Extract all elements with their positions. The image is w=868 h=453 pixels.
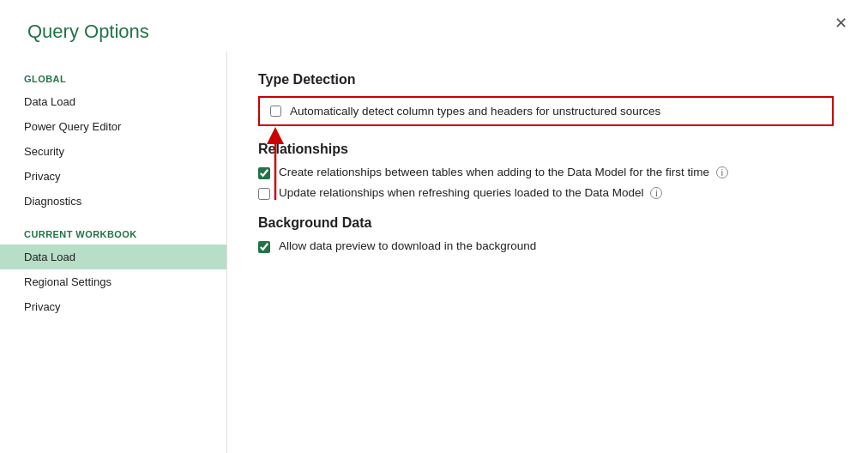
type-detection-checkbox-label: Automatically detect column types and he… (290, 105, 660, 118)
sidebar-item-privacy-workbook[interactable]: Privacy (0, 294, 226, 319)
rel-checkbox2-row: Update relationships when refreshing que… (258, 186, 834, 200)
sidebar-divider (0, 214, 226, 222)
rel-checkbox1-row: Create relationships between tables when… (258, 166, 834, 179)
sidebar-item-data-load-global[interactable]: Data Load (0, 89, 226, 114)
rel-info-icon-2: i (650, 187, 662, 199)
dialog-title: Query Options (27, 21, 149, 42)
global-section-label: GLOBAL (0, 67, 226, 89)
sidebar: GLOBAL Data Load Power Query Editor Secu… (0, 51, 227, 453)
type-detection-checkbox-row: Automatically detect column types and he… (258, 96, 834, 126)
content-area: Type Detection Automatical (227, 51, 868, 453)
sidebar-item-privacy-global[interactable]: Privacy (0, 164, 226, 189)
type-detection-section: Type Detection Automatical (258, 72, 834, 126)
close-button[interactable]: ✕ (829, 12, 853, 34)
type-detection-box-wrapper: Automatically detect column types and he… (258, 96, 834, 126)
rel-checkbox1-label: Create relationships between tables when… (279, 166, 728, 178)
relationships-title: Relationships (258, 142, 834, 157)
background-data-title: Background Data (258, 215, 834, 231)
dialog-body: GLOBAL Data Load Power Query Editor Secu… (0, 51, 868, 453)
background-data-section: Background Data Allow data preview to do… (258, 215, 834, 253)
bg-checkbox-row: Allow data preview to download in the ba… (258, 239, 834, 253)
sidebar-item-regional-settings[interactable]: Regional Settings (0, 269, 226, 294)
relationships-section: Relationships Create relationships betwe… (258, 142, 834, 200)
type-detection-checkbox[interactable] (270, 106, 281, 117)
red-arrow-icon (250, 127, 292, 204)
bg-checkbox[interactable] (258, 241, 270, 253)
rel-info-icon-1: i (716, 166, 728, 178)
workbook-section-label: CURRENT WORKBOOK (0, 222, 226, 245)
type-detection-title: Type Detection (258, 72, 834, 88)
bg-checkbox-label: Allow data preview to download in the ba… (279, 239, 536, 252)
sidebar-item-security[interactable]: Security (0, 139, 226, 164)
dialog-header: Query Options (0, 0, 868, 51)
sidebar-item-power-query-editor[interactable]: Power Query Editor (0, 114, 226, 139)
sidebar-item-diagnostics[interactable]: Diagnostics (0, 189, 226, 214)
query-options-dialog: Query Options ✕ GLOBAL Data Load Power Q… (0, 0, 868, 453)
rel-checkbox2-label: Update relationships when refreshing que… (279, 186, 662, 199)
sidebar-item-data-load-workbook[interactable]: Data Load (0, 245, 226, 269)
